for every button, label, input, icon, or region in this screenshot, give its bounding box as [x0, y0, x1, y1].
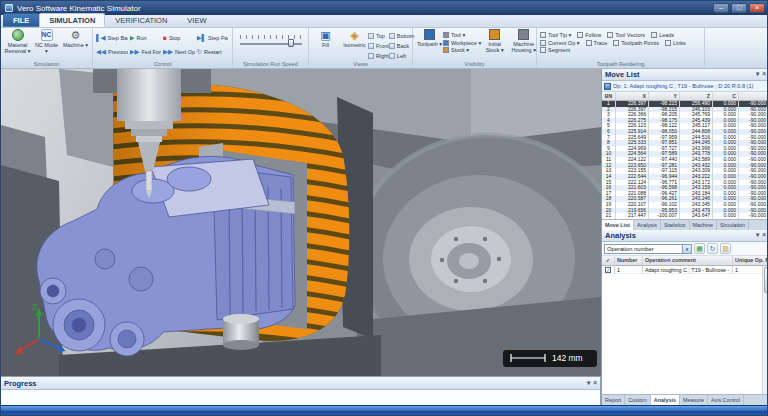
- move-list-column-headers: BNXYZC: [602, 92, 768, 101]
- ribbon-tab-file[interactable]: FILE: [3, 13, 39, 27]
- column-header-number[interactable]: Number: [615, 256, 643, 265]
- column-header-c[interactable]: C: [713, 92, 739, 100]
- run-button[interactable]: ▶Run: [130, 31, 162, 45]
- operation-info-bar: Op: 1: Adapt roughing C ; T19 - Bullnose…: [602, 81, 768, 92]
- machine-button[interactable]: ⚙Machine ▾: [62, 29, 89, 58]
- grid-icon[interactable]: ▦: [694, 243, 705, 254]
- button-label: Initial Stock ▾: [481, 41, 508, 53]
- checkbox[interactable]: ✓: [605, 267, 611, 273]
- next-op-button[interactable]: ▶▶Next Op: [163, 45, 195, 59]
- column-header-x[interactable]: X: [616, 92, 649, 100]
- app-icon: [5, 4, 13, 12]
- column-header-operation-comment[interactable]: Operation comment: [643, 256, 733, 265]
- bottom-view-button[interactable]: Bottom: [389, 31, 414, 41]
- tab-analysis[interactable]: Analysis: [651, 395, 680, 405]
- move-list-header: Move List ▾ ×: [602, 69, 768, 81]
- refresh-icon[interactable]: ↻: [707, 243, 718, 254]
- tab-machine[interactable]: Machine: [690, 220, 717, 230]
- scrollbar-thumb[interactable]: [764, 267, 768, 293]
- ribbon: Material Removal ▾NCNC Mode ▾⚙Machine ▾ …: [1, 28, 768, 69]
- links-toggle[interactable]: Links: [665, 40, 686, 46]
- chevron-down-icon[interactable]: ▾: [756, 232, 759, 239]
- isometric-icon: ◈: [349, 29, 361, 41]
- column-header-blank[interactable]: ✓: [602, 256, 615, 265]
- nc-mode-button[interactable]: NCNC Mode ▾: [33, 29, 60, 58]
- front-view-button[interactable]: Front: [368, 41, 389, 51]
- step-back-button[interactable]: ▌◀Step Back: [96, 31, 128, 45]
- scrollbar[interactable]: [762, 266, 768, 394]
- fill-view-button[interactable]: ▣Fill: [312, 29, 339, 59]
- back-view-button[interactable]: Back: [389, 41, 414, 51]
- taskbar[interactable]: [1, 405, 768, 416]
- ribbon-tab-view[interactable]: VIEW: [177, 13, 216, 27]
- trace-icon: [586, 40, 592, 46]
- chevron-down-icon[interactable]: ▾: [756, 71, 759, 78]
- button-label: Run: [137, 35, 147, 41]
- previous-op-button[interactable]: ◀◀Previous Op: [96, 45, 128, 59]
- group-label-visibility: Visibility: [413, 61, 536, 68]
- restart-button[interactable]: ↻Restart: [197, 45, 229, 59]
- tab-statistics[interactable]: Statistics: [661, 220, 690, 230]
- stop-button[interactable]: ■Stop: [163, 31, 195, 45]
- tool-vectors-toggle[interactable]: Tool Vectors: [607, 32, 645, 38]
- toolpath-toggle[interactable]: Toolpath ▾: [416, 29, 443, 59]
- workpiece-toggle[interactable]: Workpiece ▾: [443, 40, 481, 46]
- analysis-row[interactable]: ✓1Adapt roughing C ; T19 - Bullnose - ..…: [602, 266, 768, 274]
- material-removal-button[interactable]: Material Removal ▾: [4, 29, 31, 58]
- speed-slider[interactable]: [240, 35, 302, 47]
- column-header-unique-op-n[interactable]: Unique Op. N: [733, 256, 768, 265]
- minimize-button[interactable]: –: [713, 3, 729, 13]
- tab-simulation[interactable]: Simulation: [717, 220, 749, 230]
- move-cell: -100.007: [649, 213, 680, 219]
- tab-measure[interactable]: Measure: [680, 395, 708, 405]
- ribbon-tab-simulation[interactable]: SIMULATION: [39, 13, 105, 27]
- right-view-button[interactable]: Right: [368, 51, 389, 61]
- move-row[interactable]: 21217.447-100.007243.6470.000-90.000: [602, 213, 768, 219]
- close-icon[interactable]: ×: [762, 232, 766, 239]
- close-button[interactable]: ×: [749, 3, 765, 13]
- ribbon-group-visibility: Toolpath ▾ Tool ▾Workpiece ▾Stock ▾ Init…: [413, 28, 537, 68]
- tab-move-list[interactable]: Move List: [602, 220, 634, 230]
- tab-axis-control[interactable]: Axis Control: [708, 395, 744, 405]
- close-icon[interactable]: ×: [762, 71, 766, 78]
- tab-report[interactable]: Report: [602, 395, 625, 405]
- chevron-down-icon[interactable]: ▾: [682, 245, 691, 253]
- button-label: Tool ▾: [451, 32, 465, 38]
- view-cube-icon: [368, 53, 374, 59]
- column-header-blank[interactable]: [739, 92, 768, 100]
- ribbon-tab-verification[interactable]: VERIFICATION: [105, 13, 177, 27]
- export-icon[interactable]: ▥: [720, 243, 731, 254]
- simulation-viewport[interactable]: Z 142 mm: [1, 69, 601, 376]
- operation-info-text: Op: 1: Adapt roughing C ; T19 - Bullnose…: [613, 83, 753, 89]
- close-icon[interactable]: ×: [593, 380, 597, 387]
- tab-analysis[interactable]: Analysis: [634, 220, 661, 230]
- chevron-down-icon[interactable]: ▾: [587, 380, 590, 387]
- top-view-button[interactable]: Top: [368, 31, 389, 41]
- maximize-button[interactable]: □: [731, 3, 747, 13]
- tab-custom[interactable]: Custom: [625, 395, 651, 405]
- fed-forward-button[interactable]: ▶▶Fed Forward: [130, 45, 162, 59]
- initial-stock-icon: [489, 29, 500, 40]
- machine-housing-toggle[interactable]: Machine Housing ▾: [510, 29, 537, 59]
- left-view-button[interactable]: Left: [389, 51, 414, 61]
- step-fwd-button[interactable]: ▶▌Step Fwd: [197, 31, 229, 45]
- slider-handle[interactable]: [288, 39, 294, 47]
- column-header-y[interactable]: Y: [649, 92, 680, 100]
- segment-toggle[interactable]: Segment: [540, 47, 570, 53]
- stock-toggle[interactable]: Stock ▾: [443, 47, 481, 53]
- follow-toggle[interactable]: Follow: [577, 32, 601, 38]
- leads-toggle[interactable]: Leads: [651, 32, 674, 38]
- isometric-view-button[interactable]: ◈Isometric: [341, 29, 368, 59]
- tool-toggle[interactable]: Tool ▾: [443, 32, 481, 38]
- column-header-bn[interactable]: BN: [602, 92, 616, 100]
- column-header-z[interactable]: Z: [680, 92, 713, 100]
- initial-stock-toggle[interactable]: Initial Stock ▾: [481, 29, 508, 59]
- operation-filter-dropdown[interactable]: Operation number ▾: [604, 244, 692, 254]
- tool-tip-toggle[interactable]: Tool Tip ▾: [540, 32, 571, 38]
- group-label-speed: Simulation Run Speed: [233, 61, 308, 68]
- toolpath-points-toggle[interactable]: Toolpath Points: [613, 40, 659, 46]
- current-op-toggle[interactable]: Current Op ▾: [540, 40, 580, 46]
- step-fwd-icon: ▶▌: [197, 35, 207, 42]
- trace-toggle[interactable]: Trace: [586, 40, 608, 46]
- button-label: Toolpath ▾: [417, 41, 442, 47]
